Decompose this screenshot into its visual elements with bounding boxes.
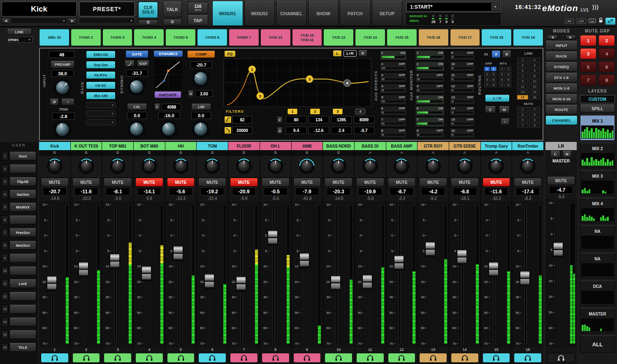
input-channel-tab[interactable]: 7ASI 15 — [387, 29, 417, 46]
input-channel-tab[interactable]: 7ASI 107ASI 11 — [292, 29, 322, 46]
mute-group-8[interactable]: 8 — [598, 74, 615, 86]
aux-send[interactable]: 6OFF — [380, 106, 407, 116]
input-channel-tab[interactable]: 7ASIO 2 — [71, 29, 101, 46]
cue-headphones-button[interactable] — [356, 353, 384, 363]
fader-handle[interactable] — [110, 254, 120, 268]
cue-headphones-button[interactable] — [135, 353, 163, 363]
link-mute-cell[interactable]: 7 — [517, 123, 528, 128]
fader-handle[interactable] — [457, 250, 467, 264]
channel-name-button[interactable]: GTR ROY — [418, 142, 449, 150]
fader-handle[interactable] — [268, 230, 278, 244]
aux-send[interactable]: 11OFF — [450, 72, 475, 83]
pan-knob[interactable] — [355, 155, 386, 177]
mute-button[interactable]: MUTE — [514, 178, 542, 187]
user-assign-button[interactable] — [9, 254, 36, 262]
fader-track[interactable] — [51, 204, 53, 344]
pan-knob[interactable] — [292, 155, 323, 177]
gate-threshold-value[interactable]: -31.7 — [126, 70, 148, 77]
matrix-assign-cell[interactable]: 5 — [499, 77, 505, 82]
fader-handle[interactable] — [425, 242, 435, 256]
group-assign-cell[interactable]: 1 — [484, 67, 490, 71]
selected-channel-display[interactable]: Kick — [2, 2, 77, 16]
input-source-dropdown[interactable]: ▼ — [61, 99, 74, 105]
comp-ratio-value[interactable]: 3.00 — [195, 90, 213, 97]
pan-knob[interactable] — [228, 155, 260, 177]
rack-plugin-slot[interactable]: F6-RTA — [86, 71, 116, 79]
gate-button[interactable]: GATE — [125, 51, 148, 58]
mute-button[interactable]: MUTE — [135, 178, 163, 187]
link-group-select[interactable]: DRMS▼ — [6, 37, 33, 43]
user-assign-button[interactable] — [9, 318, 36, 326]
pan-knob[interactable] — [39, 155, 70, 177]
mode-efx-1-8[interactable]: EFX 1-8 — [545, 73, 578, 82]
fader-track[interactable] — [430, 204, 432, 344]
pan-knob[interactable] — [386, 155, 418, 177]
spill-button[interactable]: SPILL — [580, 104, 615, 113]
modes-prev-button[interactable]: ◀ — [547, 35, 558, 39]
group-assign-cell[interactable]: 4 — [491, 72, 496, 77]
pan-knob[interactable] — [260, 155, 291, 177]
link-mute-cell[interactable]: 6 — [529, 118, 540, 122]
session-dropdown[interactable]: ▼ — [492, 3, 499, 10]
cue-headphones-button[interactable] — [41, 353, 69, 363]
mode-rack[interactable]: RACK — [545, 51, 578, 61]
pan-knob[interactable] — [323, 155, 354, 177]
mute-button[interactable]: MUTE — [325, 178, 353, 187]
routing-b-button[interactable]: B — [502, 51, 511, 58]
channel-name-button[interactable]: FLOOR — [228, 142, 260, 150]
fader-handle[interactable] — [520, 271, 530, 285]
fader-handle[interactable] — [173, 246, 183, 260]
custom-layer-button[interactable]: CUSTOM — [580, 95, 615, 103]
fader-handle[interactable] — [47, 276, 57, 290]
eq-band-tab[interactable]: 3 — [333, 109, 343, 114]
matrix-assign-cell[interactable]: 3 — [499, 72, 505, 77]
layer-bank-na[interactable]: NA — [580, 225, 615, 251]
routing-c-button[interactable]: C — [485, 106, 496, 113]
link-cell[interactable]: 8 — [529, 74, 540, 78]
aux-send[interactable]: 8OFF — [380, 128, 407, 138]
input-channel-tab[interactable]: 7ASIO 4 — [134, 29, 164, 46]
tab-patch[interactable]: PATCH — [340, 1, 371, 26]
aux-send[interactable]: 7OFF — [380, 117, 407, 127]
input-channel-tab[interactable]: 7ASI 17 — [450, 29, 480, 46]
fader-handle[interactable] — [79, 262, 88, 276]
user-assign-button[interactable] — [9, 165, 36, 173]
aux-send[interactable]: 13OFF — [450, 95, 475, 105]
link-button[interactable]: LINK — [7, 29, 32, 35]
group-assign-cell[interactable]: 3 — [484, 72, 490, 77]
cue-headphones-button[interactable] — [167, 353, 195, 363]
link-mute-cell[interactable]: 8 — [529, 123, 540, 128]
mute-button[interactable]: MUTE — [293, 178, 321, 187]
tap-tempo-button[interactable]: TAP — [188, 15, 208, 26]
eq-band-tab[interactable]: 1 — [288, 109, 297, 114]
cue-headphones-button[interactable] — [419, 353, 447, 363]
user-assign-button[interactable] — [9, 267, 36, 275]
window-expand-button[interactable] — [605, 18, 615, 25]
comp-threshold-value[interactable]: -20.7 — [190, 61, 212, 68]
aux-send[interactable]: 5ON — [415, 95, 445, 105]
eq-band-freq[interactable]: 1395 — [331, 116, 352, 123]
eq-band-gain[interactable]: -0.7 — [354, 127, 374, 134]
master-bus-name[interactable]: LR — [545, 142, 577, 150]
fader-handle[interactable] — [204, 274, 214, 288]
fader-handle[interactable] — [489, 262, 499, 276]
fader-handle[interactable] — [236, 276, 246, 290]
aux-send[interactable]: 10OFF — [450, 61, 475, 72]
layer-bank-mix-1[interactable]: MIX 1 — [580, 115, 615, 141]
link-cell[interactable]: 16 — [529, 95, 540, 100]
lock-icon[interactable] — [598, 17, 603, 25]
preamp-gain-value[interactable]: 38.0 — [51, 70, 74, 77]
link-cell[interactable]: 1 — [517, 58, 528, 62]
link-mute-cell[interactable]: 5 — [517, 118, 528, 122]
cue-headphones-button[interactable] — [451, 353, 479, 363]
master-mute-button[interactable]: MUTE — [547, 176, 575, 185]
dynamics-curve-graph[interactable] — [154, 59, 182, 90]
channel-name-button[interactable]: K OUT TF29 — [71, 142, 102, 150]
gate-threshold-knob[interactable] — [127, 77, 147, 97]
trim-knob[interactable] — [53, 120, 73, 140]
mode-route[interactable]: ROUTE — [545, 105, 578, 114]
mute-button[interactable]: MUTE — [451, 178, 479, 187]
phase-button[interactable]: Ø — [50, 99, 59, 105]
tab-show[interactable]: SHOW — [308, 1, 339, 26]
aux-send[interactable]: 4OFF — [415, 83, 445, 94]
